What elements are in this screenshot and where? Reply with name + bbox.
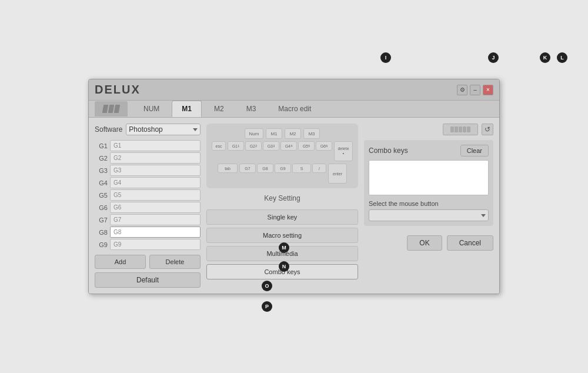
kbd-mini-key-2 <box>455 126 458 132</box>
kbd-num-key[interactable]: Num <box>245 128 263 139</box>
stripe-2 <box>108 105 114 113</box>
kbd-g1-key[interactable]: G11 <box>228 141 244 151</box>
close-button[interactable]: × <box>483 85 493 95</box>
combo-input-box[interactable] <box>369 160 489 195</box>
left-panel: Software Photoshop Illustrator Lightroom… <box>95 124 201 288</box>
key-label-g5: G5 <box>95 192 108 199</box>
key-field-g8[interactable]: G8 <box>110 227 201 238</box>
app-window: DELUX ⚙ – × NUM M1 M2 M3 Macro edit <box>88 79 500 294</box>
stripe-3 <box>114 105 120 113</box>
settings-button[interactable]: ⚙ <box>457 85 467 95</box>
key-row-g9: G9 G9 <box>95 239 201 250</box>
tab-m1[interactable]: M1 <box>172 101 202 117</box>
key-row-g1: G1 G1 <box>95 140 201 151</box>
key-row-g6: G6 G6 <box>95 202 201 213</box>
macro-setting-button[interactable]: Macro setting <box>206 228 358 243</box>
key-field-g5[interactable]: G5 <box>110 189 201 201</box>
window-controls: ⚙ – × <box>457 85 493 95</box>
combo-header: Combo keys Clear <box>369 145 489 156</box>
kbd-top-row: Num M1 M2 M3 <box>245 128 320 139</box>
ok-button[interactable]: OK <box>407 235 442 251</box>
kbd-delete-key[interactable]: delete • <box>334 141 353 161</box>
kbd-m2-key[interactable]: M2 <box>285 128 301 139</box>
right-panel: ↺ Combo keys Clear Select the mouse butt… <box>364 124 493 288</box>
key-setting-label: Key Setting <box>206 194 358 202</box>
combo-title: Combo keys <box>369 146 408 155</box>
default-button[interactable]: Default <box>95 272 201 288</box>
kbd-g9-key[interactable]: G9 <box>275 164 291 173</box>
software-row: Software Photoshop Illustrator Lightroom <box>95 124 201 135</box>
key-label-g6: G6 <box>95 204 108 211</box>
kbd-mini-keys <box>450 126 470 132</box>
kbd-g8-key[interactable]: G8 <box>257 164 273 173</box>
left-buttons: Add Delete <box>95 255 201 269</box>
kbd-esc-key[interactable]: esc <box>212 141 226 151</box>
kbd-g3-key[interactable]: G33 <box>263 141 279 151</box>
kbd-mini-key-3 <box>459 126 462 132</box>
kbd-enter-key[interactable]: enter <box>328 164 347 184</box>
add-button[interactable]: Add <box>95 255 146 269</box>
key-field-g2[interactable]: G2 <box>110 152 201 164</box>
kbd-row-1: esc G11 G22 G33 G44 G55 G66 <box>212 141 353 161</box>
tab-num[interactable]: NUM <box>133 101 169 117</box>
kbd-mini-key-4 <box>463 126 466 132</box>
stripe-1 <box>102 105 108 113</box>
ok-cancel-row: OK Cancel <box>364 235 493 251</box>
app-logo: DELUX <box>95 83 141 96</box>
key-row-g3: G3 G3 <box>95 165 201 176</box>
kbd-slash-key[interactable]: / <box>312 164 326 173</box>
kbd-g4-key[interactable]: G44 <box>280 141 297 151</box>
multimedia-button[interactable]: Multimedia <box>206 246 358 261</box>
kbd-mini-key-5 <box>467 126 470 132</box>
clear-button[interactable]: Clear <box>460 145 489 156</box>
key-settings-panel: Single key Macro setting Multimedia Comb… <box>206 207 358 279</box>
key-field-g1[interactable]: G1 <box>110 140 201 151</box>
combo-section: Combo keys Clear Select the mouse button <box>364 140 493 226</box>
kbd-tab-key[interactable]: tab <box>218 164 238 173</box>
key-row-g2: G2 G2 <box>95 152 201 164</box>
kbd-mini-key-1 <box>450 126 454 132</box>
single-key-button[interactable]: Single key <box>206 209 358 225</box>
cancel-button[interactable]: Cancel <box>447 235 493 251</box>
key-field-g7[interactable]: G7 <box>110 214 201 225</box>
kbd-g5-key[interactable]: G55 <box>298 141 315 151</box>
key-field-g6[interactable]: G6 <box>110 202 201 213</box>
key-label-g9: G9 <box>95 241 108 248</box>
kbd-g7-key[interactable]: G7 <box>239 164 256 173</box>
main-content: Software Photoshop Illustrator Lightroom… <box>89 118 499 294</box>
tab-m3[interactable]: M3 <box>236 101 266 117</box>
center-panel: Num M1 M2 M3 esc G11 G22 G33 <box>206 124 358 288</box>
mouse-btn-select[interactable] <box>369 209 489 221</box>
combo-keys-button[interactable]: Combo keys <box>206 264 358 279</box>
kbd-mini-image <box>443 124 478 135</box>
key-row-g7: G7 G7 <box>95 214 201 225</box>
kbd-g6-key[interactable]: G66 <box>316 141 332 151</box>
key-field-g9[interactable]: G9 <box>110 239 201 250</box>
key-row-g5: G5 G5 <box>95 189 201 201</box>
minimize-button[interactable]: – <box>470 85 480 95</box>
key-label-g2: G2 <box>95 155 108 162</box>
mouse-btn-label: Select the mouse button <box>369 200 489 207</box>
key-label-g8: G8 <box>95 229 108 236</box>
logo-stripes <box>103 105 119 113</box>
tab-macro-edit[interactable]: Macro edit <box>268 101 321 117</box>
key-field-g4[interactable]: G4 <box>110 177 201 188</box>
kbd-s-key[interactable]: S <box>292 164 311 173</box>
delete-button[interactable]: Delete <box>149 255 201 269</box>
annotation-L: L <box>557 52 567 63</box>
kbd-row-2: tab G7 G8 G9 S / enter <box>218 164 347 184</box>
key-label-g4: G4 <box>95 179 108 186</box>
key-field-g3[interactable]: G3 <box>110 165 201 176</box>
kbd-m3-key[interactable]: M3 <box>303 128 320 139</box>
annotation-J: J <box>488 52 499 63</box>
key-label-g3: G3 <box>95 167 108 174</box>
key-row-g8: G8 G8 <box>95 227 201 238</box>
keyboard-diagram: Num M1 M2 M3 esc G11 G22 G33 <box>206 124 358 188</box>
kbd-g2-key[interactable]: G22 <box>245 141 262 151</box>
tab-m2[interactable]: M2 <box>204 101 234 117</box>
tabs-row: NUM M1 M2 M3 Macro edit <box>89 101 499 118</box>
refresh-button[interactable]: ↺ <box>482 124 493 135</box>
software-select[interactable]: Photoshop Illustrator Lightroom <box>126 124 201 135</box>
kbd-m1-key[interactable]: M1 <box>266 128 282 139</box>
software-label: Software <box>95 125 122 134</box>
